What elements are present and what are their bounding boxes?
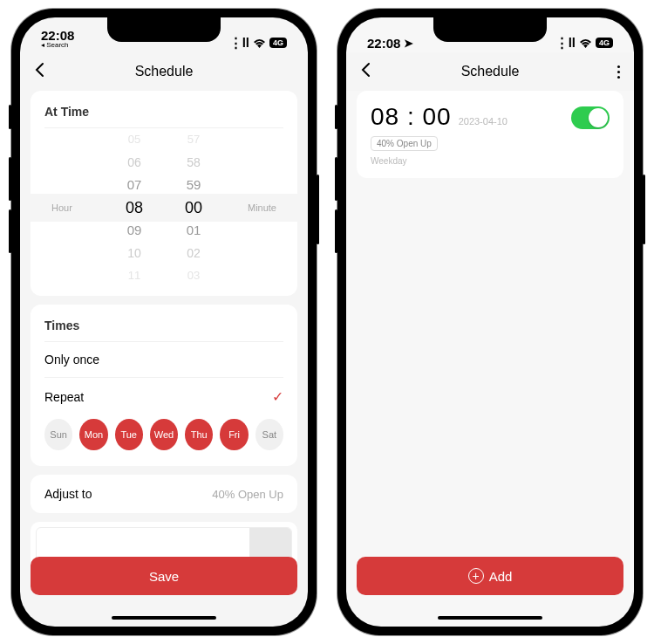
back-button[interactable] [34,60,44,83]
back-button[interactable] [360,60,371,83]
hour-label: Hour [51,202,72,213]
at-time-card: At Time Hour 05 06 07 08 09 10 11 [31,91,297,296]
time-picker[interactable]: Hour 05 06 07 08 09 10 11 57 58 59 [44,134,283,282]
adjust-card[interactable]: Adjust to 40% Open Up [31,475,297,513]
add-button[interactable]: + Add [357,557,623,595]
wifi-icon [253,36,266,51]
schedule-date: 2023-04-10 [459,116,508,127]
minute-label: Minute [248,202,276,213]
nav-bar: Schedule [20,52,308,91]
home-indicator[interactable] [438,616,542,620]
hour-column[interactable]: 05 06 07 08 09 10 11 [112,128,156,287]
network-badge: 4G [269,38,287,48]
save-button[interactable]: Save [31,557,297,595]
schedule-toggle[interactable] [571,106,610,129]
day-wed[interactable]: Wed [150,419,178,450]
more-button[interactable] [617,65,620,79]
adjust-title: Adjust to [44,487,92,501]
schedule-item[interactable]: 08 : 00 2023-04-10 40% Open Up Weekday [357,91,623,178]
page-title: Schedule [135,64,194,79]
network-badge: 4G [596,38,613,48]
at-time-title: At Time [44,105,283,128]
cellular-signal-icon: ⋮ll [555,35,576,51]
only-once-label: Only once [44,353,99,367]
phone-left: 22:08 ◂ Search ⋮ll 4G Schedule At Time [11,9,317,635]
days-selector: Sun Mon Tue Wed Thu Fri Sat [44,415,283,457]
home-indicator[interactable] [112,616,216,620]
day-thu[interactable]: Thu [185,419,213,450]
nav-bar: Schedule [346,52,634,91]
phone-right: 22:08 ➤ ⋮ll 4G Schedule [337,9,643,635]
day-sun[interactable]: Sun [44,419,72,450]
location-icon: ➤ [404,37,413,50]
day-mon[interactable]: Mon [79,419,107,450]
schedule-time: 08 : 00 [371,103,452,131]
day-sat[interactable]: Sat [255,419,283,450]
adjust-value: 40% Open Up [212,488,283,501]
status-back-to-search[interactable]: ◂ Search [41,41,69,49]
minute-column[interactable]: 57 58 59 00 01 02 03 [172,128,215,287]
times-card: Times Only once Repeat ✓ Sun Mon Tue Wed… [31,305,297,466]
cellular-signal-icon: ⋮ll [229,35,249,51]
repeat-label: Repeat [44,390,84,404]
page-title: Schedule [461,64,520,79]
repeat-row[interactable]: Repeat ✓ [44,377,283,415]
status-time: 22:08 [367,36,400,51]
times-title: Times [44,319,283,342]
schedule-badge: 40% Open Up [371,136,438,151]
day-fri[interactable]: Fri [220,419,248,450]
plus-icon: + [468,568,484,584]
schedule-sub: Weekday [371,156,571,166]
wifi-icon [579,36,592,51]
check-icon: ✓ [272,388,283,405]
only-once-row[interactable]: Only once [44,342,283,377]
day-tue[interactable]: Tue [115,419,143,450]
